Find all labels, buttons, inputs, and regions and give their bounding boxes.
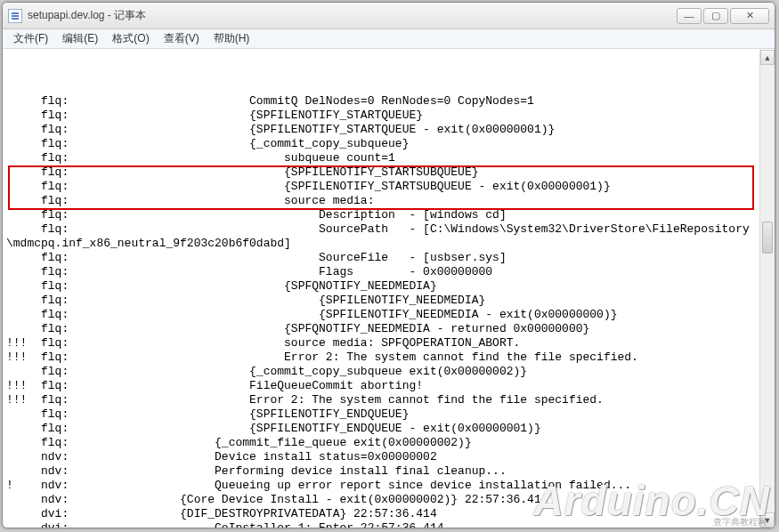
notepad-icon — [8, 9, 22, 23]
scroll-down-button[interactable]: ▼ — [760, 512, 775, 528]
log-line: !!! flq: FileQueueCommit aborting! — [6, 379, 756, 393]
log-line: flq: {SPFILENOTIFY_STARTQUEUE - exit(0x0… — [6, 123, 756, 137]
menu-format[interactable]: 格式(O) — [105, 29, 156, 48]
log-line: flq: source media: — [6, 194, 756, 208]
menu-file[interactable]: 文件(F) — [6, 29, 55, 48]
content-wrap: flq: CommitQ DelNodes=0 RenNodes=0 CopyN… — [3, 49, 775, 528]
log-line: flq: {SPFILENOTIFY_STARTQUEUE} — [6, 109, 756, 123]
log-line: flq: {SPFILENOTIFY_NEEDMEDIA} — [6, 294, 756, 308]
minimize-button[interactable]: — — [677, 8, 702, 24]
log-line: flq: {_commit_file_queue exit(0x00000002… — [6, 436, 756, 450]
log-line: flq: CommitQ DelNodes=0 RenNodes=0 CopyN… — [6, 94, 756, 109]
log-line: !!! flq: source media: SPFQOPERATION_ABO… — [6, 336, 756, 351]
scroll-thumb[interactable] — [762, 222, 773, 254]
scroll-track[interactable] — [760, 65, 775, 512]
log-line: flq: {SPFILENOTIFY_ENDQUEUE} — [6, 407, 756, 422]
text-area[interactable]: flq: CommitQ DelNodes=0 RenNodes=0 CopyN… — [3, 50, 759, 528]
window-controls: — ▢ ✕ — [677, 8, 769, 24]
log-line: flq: SourcePath - [C:\Windows\System32\D… — [6, 222, 756, 237]
log-line: flq: {SPFQNOTIFY_NEEDMEDIA - returned 0x… — [6, 322, 756, 336]
log-line: flq: {SPFILENOTIFY_STARTSUBQUEUE} — [6, 165, 756, 180]
titlebar[interactable]: setupapi.dev.log - 记事本 — ▢ ✕ — [3, 3, 775, 29]
window-title: setupapi.dev.log - 记事本 — [28, 8, 677, 23]
log-line: flq: {SPFILENOTIFY_STARTSUBQUEUE - exit(… — [6, 180, 756, 194]
log-line: ! ndv: Queueing up error report since de… — [6, 479, 756, 493]
menubar: 文件(F) 编辑(E) 格式(O) 查看(V) 帮助(H) — [3, 29, 775, 49]
log-line: flq: Flags - 0x00000000 — [6, 265, 756, 279]
maximize-button[interactable]: ▢ — [703, 8, 728, 24]
log-line: flq: SourceFile - [usbser.sys] — [6, 251, 756, 265]
log-line: !!! flq: Error 2: The system cannot find… — [6, 393, 756, 407]
log-line: dvi: {DIF_DESTROYPRIVATEDATA} 22:57:36.4… — [6, 507, 756, 521]
log-line: \mdmcpq.inf_x86_neutral_9f203c20b6f0dabd… — [6, 237, 756, 251]
notepad-window: setupapi.dev.log - 记事本 — ▢ ✕ 文件(F) 编辑(E)… — [2, 2, 775, 528]
log-line: flq: {SPFILENOTIFY_ENDQUEUE - exit(0x000… — [6, 422, 756, 436]
log-line: flq: subqueue count=1 — [6, 151, 756, 165]
vertical-scrollbar[interactable]: ▲ ▼ — [759, 50, 775, 528]
log-line: flq: Description - [windows cd] — [6, 208, 756, 222]
menu-help[interactable]: 帮助(H) — [207, 29, 257, 48]
menu-edit[interactable]: 编辑(E) — [55, 29, 105, 48]
close-button[interactable]: ✕ — [730, 8, 769, 24]
log-line: !!! flq: Error 2: The system cannot find… — [6, 351, 756, 365]
scroll-up-button[interactable]: ▲ — [760, 50, 775, 65]
log-line: flq: {SPFQNOTIFY_NEEDMEDIA} — [6, 279, 756, 294]
log-line: dvi: CoInstaller 1: Enter 22:57:36.414 — [6, 521, 756, 528]
log-line: ndv: Performing device install final cle… — [6, 464, 756, 479]
log-line: flq: {_commit_copy_subqueue exit(0x00000… — [6, 365, 756, 379]
log-line: flq: {SPFILENOTIFY_NEEDMEDIA - exit(0x00… — [6, 308, 756, 322]
log-line: ndv: {Core Device Install - exit(0x00000… — [6, 493, 756, 507]
log-line: ndv: Device install status=0x00000002 — [6, 450, 756, 464]
menu-view[interactable]: 查看(V) — [157, 29, 207, 48]
log-line: flq: {_commit_copy_subqueue} — [6, 137, 756, 151]
